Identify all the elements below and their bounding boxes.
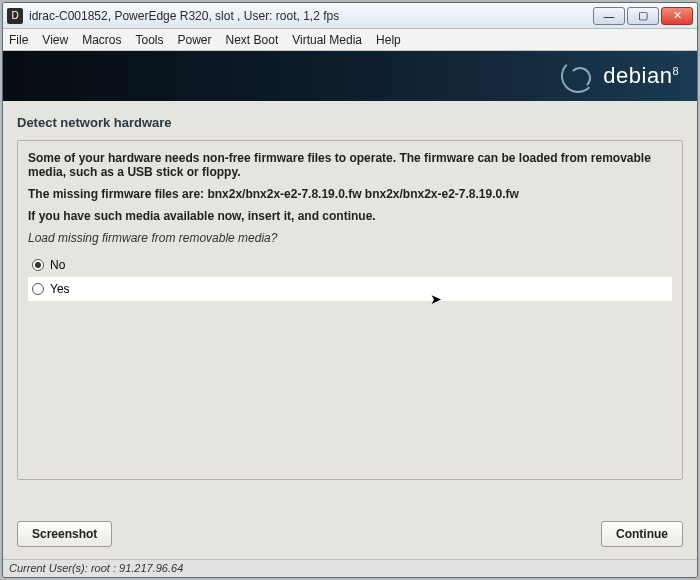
minimize-button[interactable]: — bbox=[593, 7, 625, 25]
option-yes-label: Yes bbox=[50, 282, 70, 296]
close-button[interactable]: ✕ bbox=[661, 7, 693, 25]
prompt-bold: If you have such media available now, in… bbox=[28, 209, 672, 223]
brand-text: debian8 bbox=[603, 63, 679, 89]
paragraph-intro: Some of your hardware needs non-free fir… bbox=[28, 151, 672, 179]
debian-swirl-icon bbox=[561, 59, 595, 93]
menu-virtual-media[interactable]: Virtual Media bbox=[292, 33, 362, 47]
app-icon: D bbox=[7, 8, 23, 24]
menu-help[interactable]: Help bbox=[376, 33, 401, 47]
continue-button[interactable]: Continue bbox=[601, 521, 683, 547]
titlebar[interactable]: D idrac-C001852, PowerEdge R320, slot , … bbox=[3, 3, 697, 29]
window-title: idrac-C001852, PowerEdge R320, slot , Us… bbox=[29, 9, 591, 23]
statusbar: Current User(s): root : 91.217.96.64 bbox=[3, 559, 697, 577]
installer-page: Detect network hardware Some of your har… bbox=[3, 101, 697, 480]
menu-file[interactable]: File bbox=[9, 33, 28, 47]
menubar: File View Macros Tools Power Next Boot V… bbox=[3, 29, 697, 51]
page-title: Detect network hardware bbox=[17, 115, 683, 130]
option-no[interactable]: No bbox=[28, 253, 672, 277]
content-area: debian8 Detect network hardware Some of … bbox=[3, 51, 697, 559]
prompt-question: Load missing firmware from removable med… bbox=[28, 231, 672, 245]
radio-no-icon bbox=[32, 259, 44, 271]
menu-power[interactable]: Power bbox=[178, 33, 212, 47]
radio-yes-icon bbox=[32, 283, 44, 295]
menu-next-boot[interactable]: Next Boot bbox=[226, 33, 279, 47]
option-no-label: No bbox=[50, 258, 65, 272]
menu-tools[interactable]: Tools bbox=[135, 33, 163, 47]
missing-firmware-line: The missing firmware files are: bnx2x/bn… bbox=[28, 187, 672, 201]
option-yes[interactable]: Yes bbox=[28, 277, 672, 301]
close-icon: ✕ bbox=[673, 9, 682, 22]
maximize-icon: ▢ bbox=[638, 9, 648, 22]
app-window: D idrac-C001852, PowerEdge R320, slot , … bbox=[2, 2, 698, 578]
brand-logo: debian8 bbox=[561, 59, 679, 93]
content-panel: Some of your hardware needs non-free fir… bbox=[17, 140, 683, 480]
menu-macros[interactable]: Macros bbox=[82, 33, 121, 47]
minimize-icon: — bbox=[604, 10, 615, 22]
maximize-button[interactable]: ▢ bbox=[627, 7, 659, 25]
button-bar: Screenshot Continue bbox=[17, 521, 683, 547]
menu-view[interactable]: View bbox=[42, 33, 68, 47]
screenshot-button[interactable]: Screenshot bbox=[17, 521, 112, 547]
banner: debian8 bbox=[3, 51, 697, 101]
